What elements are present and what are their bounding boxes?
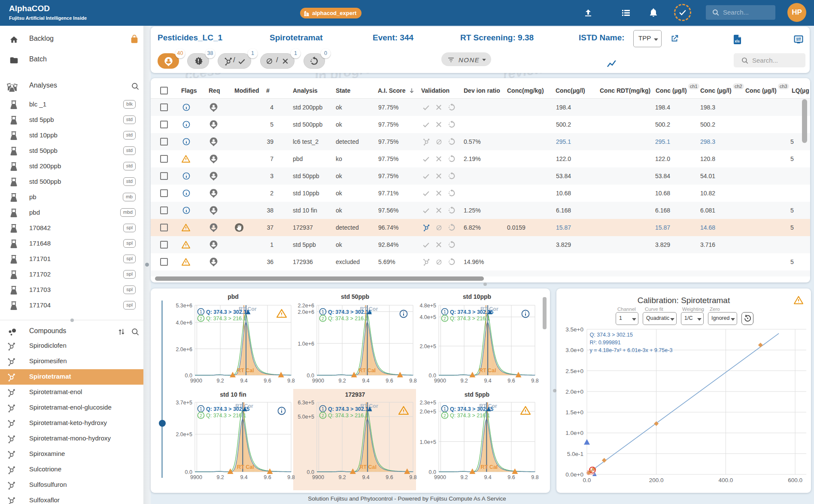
svg-text:9.2: 9.2 — [338, 474, 346, 480]
svg-text:xls: xls — [735, 39, 740, 43]
svg-text:2: 2 — [322, 413, 324, 418]
svg-text:1: 1 — [322, 309, 324, 314]
svg-text:RT Cal: RT Cal — [479, 367, 496, 373]
svg-text:Q: 374.3 > 302.15: Q: 374.3 > 302.15 — [328, 406, 371, 412]
svg-text:9.2: 9.2 — [460, 378, 468, 384]
svg-text:9.6: 9.6 — [264, 378, 271, 384]
svg-text:Q: 374.3 > 216.1: Q: 374.3 > 216.1 — [328, 316, 368, 322]
svg-text:2.5e+0: 2.5e+0 — [565, 368, 583, 374]
svg-text:std 50ppb: std 50ppb — [341, 293, 369, 300]
svg-text:9900: 9900 — [312, 474, 324, 480]
svg-text:2: 2 — [200, 316, 202, 321]
svg-text:2.0e+5: 2.0e+5 — [419, 343, 436, 349]
svg-text:4.0e+6: 4.0e+6 — [176, 320, 192, 326]
svg-text:9900: 9900 — [312, 378, 324, 384]
svg-text:5.0e-1: 5.0e-1 — [567, 451, 583, 457]
svg-text:9.4: 9.4 — [240, 474, 247, 480]
svg-text:2.0e+5: 2.0e+5 — [419, 409, 436, 415]
svg-text:2: 2 — [322, 316, 324, 321]
svg-text:Q: 374.3 > 216.1: Q: 374.3 > 216.1 — [206, 413, 246, 419]
svg-text:Q: 374.3 > 302.15: Q: 374.3 > 302.15 — [206, 406, 249, 412]
svg-text:1.0e+6: 1.0e+6 — [298, 341, 314, 347]
svg-text:Q: 374.3 > 302.15: Q: 374.3 > 302.15 — [206, 309, 249, 315]
svg-text:172937: 172937 — [345, 391, 365, 398]
svg-text:Q: 374.3 > 302.15: Q: 374.3 > 302.15 — [450, 309, 493, 315]
svg-text:Q: 374.3 > 302.15: Q: 374.3 > 302.15 — [590, 332, 633, 338]
svg-text:0.0e+0: 0.0e+0 — [565, 471, 583, 478]
svg-text:9.2: 9.2 — [460, 474, 468, 480]
svg-text:1.0e+0: 1.0e+0 — [565, 430, 583, 436]
svg-text:9900: 9900 — [434, 378, 446, 384]
svg-text:1: 1 — [200, 406, 202, 411]
svg-text:2.0e+5: 2.0e+5 — [176, 431, 192, 437]
svg-text:1: 1 — [200, 309, 202, 314]
svg-text:R²: 0.999891: R²: 0.999891 — [590, 340, 621, 346]
svg-text:400.0: 400.0 — [719, 477, 733, 483]
svg-text:std 10 fin: std 10 fin — [220, 391, 246, 398]
svg-text:2: 2 — [443, 413, 446, 418]
svg-text:2: 2 — [443, 316, 446, 321]
svg-text:9.6: 9.6 — [264, 474, 271, 480]
svg-text:9.4: 9.4 — [484, 378, 491, 384]
svg-text:200.0: 200.0 — [649, 477, 664, 483]
svg-text:Q: 374.3 > 216.1: Q: 374.3 > 216.1 — [206, 316, 246, 322]
svg-text:Q: 374.3 > 216.1: Q: 374.3 > 216.1 — [328, 413, 368, 419]
svg-text:9.6: 9.6 — [507, 378, 515, 384]
svg-text:std 10ppb: std 10ppb — [463, 293, 491, 300]
svg-text:3.7e+5: 3.7e+5 — [176, 400, 192, 406]
svg-text:600.0: 600.0 — [788, 477, 802, 483]
svg-text:9.6: 9.6 — [386, 474, 393, 480]
svg-text:2.2e+6: 2.2e+6 — [298, 303, 314, 309]
svg-text:RT Cal: RT Cal — [359, 464, 377, 470]
svg-text:9.6: 9.6 — [386, 378, 393, 384]
svg-text:2.0e+6: 2.0e+6 — [176, 346, 192, 352]
svg-text:9.8: 9.8 — [531, 474, 538, 480]
svg-text:5.3e+6: 5.3e+6 — [176, 303, 192, 309]
svg-text:2: 2 — [200, 413, 202, 418]
svg-text:1.0e+5: 1.0e+5 — [419, 439, 436, 445]
svg-text:RT Cal: RT Cal — [237, 367, 254, 373]
svg-text:Q: 374.3 > 216.1: Q: 374.3 > 216.1 — [450, 413, 490, 419]
svg-text:Q: 374.3 > 302.15: Q: 374.3 > 302.15 — [328, 309, 371, 315]
svg-text:3.0e+0: 3.0e+0 — [565, 347, 583, 353]
svg-text:Q: 374.3 > 216.1: Q: 374.3 > 216.1 — [450, 316, 490, 322]
svg-text:y = 4.18e-7x² + 6.01e-3x + 9.7: y = 4.18e-7x² + 6.01e-3x + 9.75e-3 — [590, 347, 673, 353]
svg-text:RT Cal: RT Cal — [359, 367, 376, 373]
svg-text:Q: 374.3 > 302.15: Q: 374.3 > 302.15 — [450, 406, 493, 412]
svg-text:0.0: 0.0 — [583, 477, 591, 483]
svg-text:9900: 9900 — [190, 474, 202, 480]
svg-text:5.0e+5: 5.0e+5 — [298, 414, 314, 420]
svg-text:2.3e+5: 2.3e+5 — [419, 400, 436, 406]
svg-text:2.0e+6: 2.0e+6 — [298, 309, 314, 315]
svg-text:9.4: 9.4 — [362, 474, 369, 480]
svg-text:4.0e+5: 4.0e+5 — [419, 314, 436, 320]
svg-text:1: 1 — [443, 406, 446, 411]
svg-text:3.5e+0: 3.5e+0 — [565, 326, 583, 333]
svg-text:RT Cal: RT Cal — [481, 464, 498, 470]
svg-text:9.2: 9.2 — [338, 378, 346, 384]
svg-text:1: 1 — [322, 406, 324, 411]
svg-text:9.4: 9.4 — [240, 378, 247, 384]
svg-text:9900: 9900 — [190, 378, 202, 384]
svg-text:9.6: 9.6 — [507, 474, 515, 480]
svg-text:9900: 9900 — [434, 474, 446, 480]
svg-text:9.8: 9.8 — [531, 378, 538, 384]
svg-text:9.4: 9.4 — [484, 474, 491, 480]
svg-text:9.4: 9.4 — [362, 378, 369, 384]
svg-text:1: 1 — [443, 309, 446, 314]
svg-text:2.0e+0: 2.0e+0 — [565, 389, 583, 395]
svg-text:9.2: 9.2 — [216, 378, 224, 384]
svg-text:9.2: 9.2 — [216, 474, 224, 480]
svg-text:4.8e+5: 4.8e+5 — [419, 303, 436, 309]
svg-text:RT Cal: RT Cal — [237, 464, 254, 470]
svg-text:1.5e+0: 1.5e+0 — [565, 409, 583, 416]
svg-text:pbd: pbd — [228, 293, 239, 300]
svg-text:std 5ppb: std 5ppb — [465, 391, 489, 398]
svg-text:6.3e+5: 6.3e+5 — [298, 400, 314, 406]
